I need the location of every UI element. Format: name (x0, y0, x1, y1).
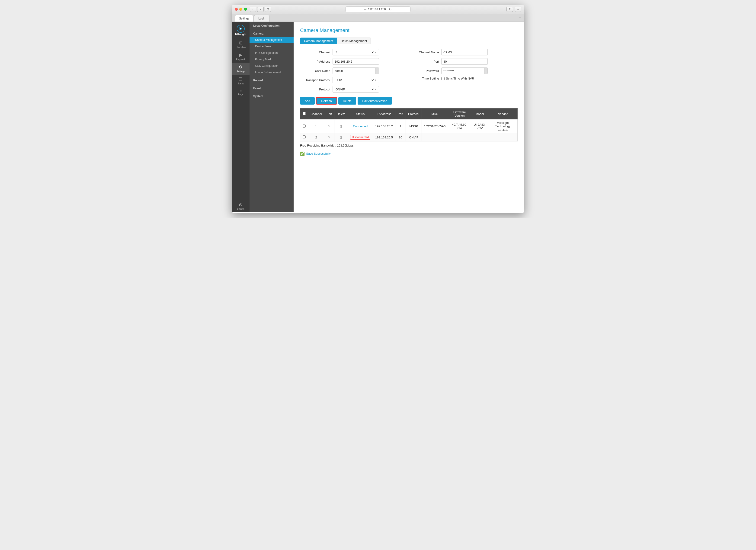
password-label: Password (409, 69, 439, 73)
refresh-button[interactable]: Refresh (316, 97, 337, 105)
password-input[interactable] (442, 69, 484, 73)
milesight-logo (237, 25, 245, 33)
protocol-row: Protocol ONVIF ▼ (300, 86, 409, 93)
brand-name: Milesight (235, 33, 246, 36)
sidebar-item-image-enhancement[interactable]: Image Enhancement (250, 69, 294, 76)
row2-protocol: ONVIF (406, 133, 422, 141)
row2-checkbox[interactable] (303, 135, 306, 138)
sub-sidebar-group-local-config: Local Configuration (250, 22, 294, 29)
sidebar-item-live-view[interactable]: ⊞ Live View (232, 38, 250, 51)
row2-delete-icon[interactable]: 🗑 (340, 135, 343, 139)
row2-channel: 2 (308, 133, 324, 141)
sidebar-toggle-button[interactable]: ⊡ (265, 7, 271, 12)
sub-sidebar-header-camera[interactable]: Camera (250, 30, 294, 37)
channel-name-label: Channel Name (409, 51, 439, 54)
transport-protocol-select-wrapper[interactable]: UDP ▼ (333, 77, 379, 83)
transport-protocol-label: Transport Protocol (300, 78, 330, 82)
user-name-input[interactable] (333, 69, 375, 73)
ip-address-input[interactable] (333, 58, 379, 65)
live-view-label: Live View (236, 46, 246, 49)
row1-mac: 1CC3162365A6 (422, 119, 448, 133)
sidebar-item-device-search[interactable]: Device Search (250, 43, 294, 50)
close-button[interactable] (235, 8, 238, 11)
fullscreen-button[interactable] (244, 8, 247, 11)
table-row: 1 ✎ 🗑 Connected 192.168.20.2 1 MSSP (300, 119, 518, 133)
row1-edit-icon[interactable]: ✎ (328, 125, 331, 128)
col-header-vendor: Vendor (488, 109, 518, 119)
url-bar: ··· 192.168.1.200 ↻ (346, 6, 410, 12)
form-right-col: Channel Name Port Password ··· (409, 49, 518, 93)
sidebar-item-status[interactable]: ☰ Status (232, 75, 250, 87)
ip-address-row: IP Address (300, 58, 409, 65)
row1-checkbox[interactable] (303, 125, 306, 128)
nav-buttons: ‹ › (250, 7, 264, 12)
row2-edit-icon[interactable]: ✎ (328, 135, 331, 139)
add-tab-button[interactable]: + (519, 15, 524, 22)
protocol-dropdown-icon: ▼ (375, 88, 377, 91)
sidebar-item-ptz-configuration[interactable]: PTZ Configuration (250, 50, 294, 56)
back-button[interactable]: ‹ (250, 7, 256, 12)
channel-select[interactable]: 3 (335, 50, 375, 54)
edit-auth-button[interactable]: Edit Authentication (358, 97, 392, 105)
sidebar-item-osd-configuration[interactable]: OSD Configuration (250, 63, 294, 69)
sub-sidebar-header-local-config[interactable]: Local Configuration (250, 22, 294, 29)
forward-button[interactable]: › (257, 7, 264, 12)
row1-port: 1 (395, 119, 406, 133)
delete-button[interactable]: Delete (338, 97, 356, 105)
sub-sidebar-header-system[interactable]: System (250, 92, 294, 99)
password-btn-icon[interactable]: ··· (484, 68, 487, 74)
row2-status-badge: Disconnected (350, 135, 370, 140)
action-buttons-row: Add Refresh Delete Edit Authentication (300, 97, 518, 105)
add-button[interactable]: Add (300, 97, 315, 105)
user-name-row: User Name ··· (300, 67, 409, 74)
sub-sidebar-header-record[interactable]: Record (250, 77, 294, 83)
sidebar-item-playback[interactable]: ▶ Playback (232, 51, 250, 63)
tab-settings[interactable]: Settings (235, 15, 253, 22)
sub-sidebar-header-event[interactable]: Event (250, 84, 294, 91)
protocol-select-wrapper[interactable]: ONVIF ▼ (333, 86, 379, 93)
playback-label: Playback (236, 58, 246, 61)
protocol-select[interactable]: ONVIF (335, 87, 375, 91)
channel-name-input[interactable] (441, 49, 488, 55)
sidebar-item-logout[interactable]: ⏻ Logout (232, 201, 250, 212)
sub-sidebar-group-camera: Camera Camera Management Device Search P… (250, 30, 294, 76)
row1-status: Connected (348, 119, 373, 133)
camera-table: Channel Edit Delete Status IP Address Po… (300, 108, 518, 141)
transport-protocol-select[interactable]: UDP (335, 78, 375, 82)
sidebar-item-privacy-mask[interactable]: Privacy Mask (250, 56, 294, 63)
dots-icon: ··· (364, 8, 367, 11)
row2-port: 80 (395, 133, 406, 141)
sync-time-checkbox[interactable] (441, 77, 445, 80)
tab-batch-management[interactable]: Batch Management (337, 38, 371, 44)
select-all-checkbox[interactable] (303, 112, 306, 115)
row2-edit-cell: ✎ (324, 133, 334, 141)
sidebar-item-settings[interactable]: ⚙ Settings (232, 63, 250, 75)
minimize-button[interactable] (239, 8, 242, 11)
tab-login[interactable]: Login (254, 15, 269, 22)
row2-delete-cell: 🗑 (334, 133, 348, 141)
row1-delete-icon[interactable]: 🗑 (340, 125, 343, 128)
sidebar-item-logs[interactable]: ≡ Logs (232, 87, 250, 98)
channel-select-wrapper[interactable]: 3 ▼ (333, 49, 379, 55)
camera-form: Channel 3 ▼ IP Address User Name (300, 49, 518, 93)
row2-model (471, 133, 488, 141)
tab-camera-management[interactable]: Camera Management (300, 38, 337, 44)
share-button[interactable]: ⬆ (506, 7, 513, 12)
url-text: 192.168.1.200 (368, 8, 386, 11)
row2-ip: 192.168.20.5 (373, 133, 395, 141)
save-success-icon: ✅ (300, 151, 305, 156)
user-name-btn-icon[interactable]: ··· (375, 68, 379, 74)
transport-dropdown-icon: ▼ (375, 79, 377, 81)
row1-checkbox-cell (300, 119, 308, 133)
sidebar-item-camera-management[interactable]: Camera Management (250, 37, 294, 43)
sub-sidebar-group-event: Event (250, 84, 294, 91)
port-input[interactable] (441, 58, 488, 65)
svg-point-2 (240, 28, 241, 29)
traffic-lights (235, 8, 247, 11)
new-tab-button[interactable]: + (515, 7, 521, 12)
col-header-delete: Delete (334, 109, 348, 119)
live-view-icon: ⊞ (239, 40, 243, 45)
password-input-wrapper: ··· (441, 67, 488, 74)
reload-button[interactable]: ↻ (389, 7, 392, 11)
row1-channel: 1 (308, 119, 324, 133)
